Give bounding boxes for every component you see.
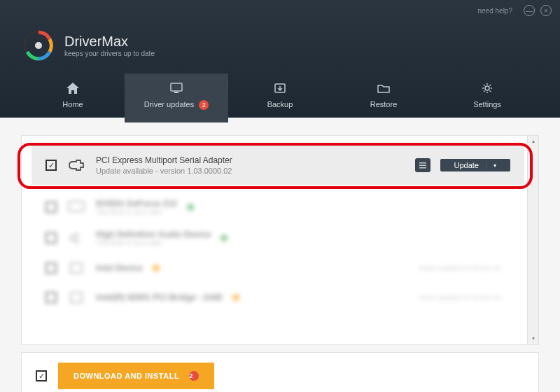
- driver-list-panel: ▴ ▾ ✓ PCI Express Multiport Serial Adapt…: [21, 135, 539, 345]
- update-button[interactable]: Update ▾: [440, 159, 510, 172]
- driver-name: Intel Device: [96, 263, 143, 273]
- scroll-down-icon[interactable]: ▾: [528, 333, 539, 344]
- footer-action-row: ✓ DOWNLOAD AND INSTALL 2: [21, 352, 539, 392]
- driver-name: NVIDIA GeForce 210: [96, 199, 177, 209]
- folder-icon: [377, 82, 391, 94]
- minimize-button[interactable]: —: [524, 5, 535, 16]
- tab-driver-updates[interactable]: Driver updates 2: [125, 74, 228, 122]
- checkbox[interactable]: ✓: [46, 160, 57, 171]
- tab-updates-label: Driver updates: [144, 100, 195, 108]
- chip-icon: [66, 260, 86, 276]
- svg-rect-6: [419, 162, 426, 164]
- download-install-button[interactable]: DOWNLOAD AND INSTALL 2: [58, 363, 214, 389]
- driver-name: Intel(R) 82801 PCI Bridge - 244E: [96, 293, 223, 302]
- svg-rect-10: [71, 263, 82, 273]
- tab-restore[interactable]: Restore: [332, 74, 435, 122]
- svg-point-1: [35, 42, 42, 49]
- info-button[interactable]: [415, 158, 430, 172]
- svg-rect-8: [419, 167, 426, 169]
- tab-home-label: Home: [62, 100, 83, 108]
- tab-settings-label: Settings: [473, 100, 501, 108]
- tab-home[interactable]: Home: [21, 74, 125, 122]
- brand-title: DriverMax: [64, 34, 155, 50]
- driver-row: Intel(R) 82801 PCI Bridge - 244E Driver …: [22, 283, 538, 312]
- driver-status: Update available - version 1.03.0000.02: [96, 167, 405, 175]
- driver-name: High Definition Audio Device: [96, 230, 211, 239]
- backup-icon: [273, 82, 287, 94]
- select-all-checkbox[interactable]: ✓: [36, 370, 47, 382]
- content-area: ▴ ▾ ✓ PCI Express Multiport Serial Adapt…: [21, 122, 539, 392]
- help-link[interactable]: need help?: [478, 7, 513, 15]
- tab-backup[interactable]: Backup: [228, 74, 332, 122]
- chip-icon: [66, 290, 86, 305]
- driver-date: Driver updated on 03-Nov-16: [419, 265, 500, 272]
- svg-rect-11: [71, 293, 82, 302]
- driver-row: Intel Device Driver updated on 03-Nov-16: [22, 253, 538, 283]
- checkbox[interactable]: [46, 232, 57, 244]
- download-badge: 2: [189, 371, 199, 381]
- plug-icon: [66, 158, 86, 173]
- monitor-icon: [66, 200, 86, 215]
- list-icon: [419, 161, 427, 169]
- svg-rect-2: [171, 83, 182, 91]
- status-dot: [220, 234, 227, 241]
- chevron-down-icon[interactable]: ▾: [486, 162, 496, 169]
- driver-row: High Definition Audio DeviceThis driver …: [22, 223, 538, 253]
- tab-backup-label: Backup: [267, 100, 293, 108]
- audio-icon: [66, 230, 86, 246]
- logo-icon: [21, 28, 56, 63]
- svg-rect-3: [174, 92, 178, 93]
- monitor-icon: [169, 82, 183, 94]
- updates-badge: 2: [199, 100, 209, 110]
- tab-settings[interactable]: Settings: [435, 74, 539, 122]
- svg-rect-9: [69, 202, 84, 211]
- gear-icon: [480, 82, 494, 94]
- driver-status: This driver is up-to-date: [96, 239, 211, 246]
- driver-status: This driver is up-to-date: [96, 209, 177, 216]
- nav-tabs: Home Driver updates 2 Backup Restore Set…: [0, 74, 560, 122]
- close-button[interactable]: ×: [540, 5, 552, 16]
- driver-name: PCI Express Multiport Serial Adapter: [96, 155, 405, 165]
- update-button-label: Update: [454, 161, 479, 169]
- svg-point-5: [485, 86, 489, 90]
- title-bar: need help? — ×: [0, 0, 560, 21]
- checkbox[interactable]: [46, 262, 57, 274]
- download-button-label: DOWNLOAD AND INSTALL: [74, 372, 179, 380]
- tab-restore-label: Restore: [370, 100, 398, 108]
- scroll-up-icon[interactable]: ▴: [528, 136, 539, 147]
- brand-subtitle: keeps your drivers up to date: [64, 50, 155, 57]
- status-dot: [153, 265, 160, 272]
- checkbox[interactable]: [46, 292, 57, 303]
- driver-row: NVIDIA GeForce 210This driver is up-to-d…: [22, 192, 538, 223]
- branding: DriverMax keeps your drivers up to date: [0, 21, 560, 74]
- checkbox[interactable]: [46, 202, 57, 213]
- status-dot: [187, 204, 194, 211]
- home-icon: [66, 82, 80, 94]
- driver-date: Driver updated on 03-Nov-16: [419, 294, 500, 301]
- svg-rect-7: [419, 165, 426, 167]
- driver-row-featured: ✓ PCI Express Multiport Serial Adapter U…: [31, 146, 524, 185]
- status-dot: [232, 294, 239, 301]
